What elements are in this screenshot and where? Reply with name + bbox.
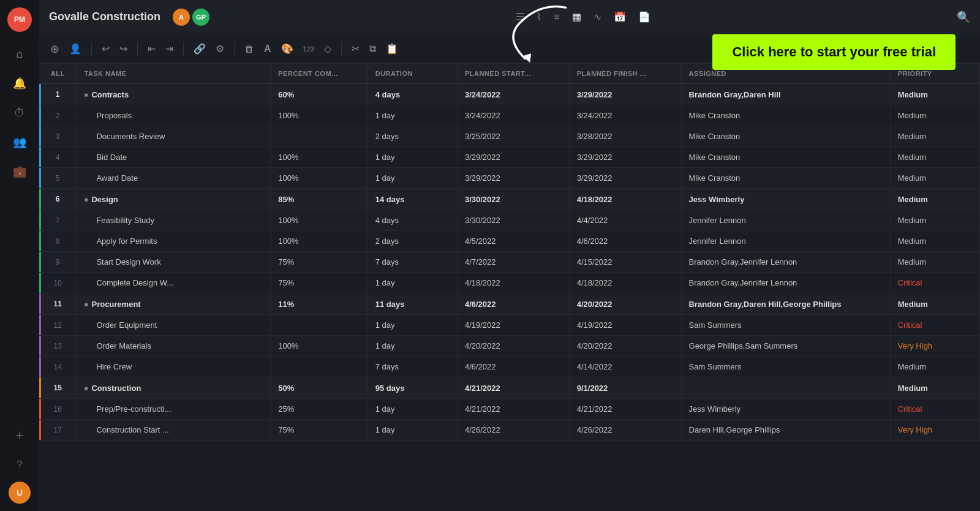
task-percent: 100% [271, 168, 368, 189]
cta-banner[interactable]: Click here to start your free trial [712, 34, 956, 70]
task-start: 4/7/2022 [457, 252, 569, 273]
menu-icon[interactable]: ≡ [554, 12, 559, 23]
task-start: 3/30/2022 [457, 210, 569, 231]
table-container[interactable]: ALL TASK NAME PERCENT COM... DURATION PL… [39, 64, 980, 511]
sidebar-item-help[interactable]: ？ [7, 452, 32, 477]
task-assigned: Jennifer Lennon [681, 210, 890, 231]
row-number: 11 [39, 293, 77, 315]
table-row: 8 Apply for Permits 100% 2 days 4/5/2022… [39, 231, 980, 252]
link-button[interactable]: 🔗 [190, 40, 209, 57]
table-row: 15 ■Construction 50% 95 days 4/21/2022 9… [39, 377, 980, 399]
task-duration: 1 day [368, 168, 457, 189]
task-name: Apply for Permits [77, 231, 271, 252]
task-start: 4/21/2022 [457, 377, 569, 399]
separator-1 [91, 42, 92, 56]
calendar-icon[interactable]: 📅 [614, 11, 626, 23]
wave-icon[interactable]: ∿ [594, 11, 601, 23]
sidebar-item-team[interactable]: 👥 [7, 130, 32, 154]
task-finish: 3/24/2022 [569, 105, 681, 126]
table-row: 1 ■Contracts 60% 4 days 3/24/2022 3/29/2… [39, 84, 980, 105]
app-logo[interactable]: PM [7, 7, 32, 32]
task-percent: 11% [271, 293, 368, 315]
doc-icon[interactable]: 📄 [638, 11, 650, 23]
task-name: Hire Crew [77, 357, 271, 377]
task-percent: 75% [271, 252, 368, 273]
task-assigned: Daren Hill,George Phillips [681, 420, 890, 441]
task-start: 3/25/2022 [457, 126, 569, 147]
task-priority: Very High [890, 420, 979, 441]
task-name: Award Date [77, 168, 271, 189]
unlink-button[interactable]: ⚙ [212, 40, 228, 57]
grid-view-icon[interactable]: ▦ [572, 11, 581, 23]
number-button[interactable]: 123 [300, 43, 318, 55]
task-finish: 4/6/2022 [569, 231, 681, 252]
task-priority: Medium [890, 231, 979, 252]
task-assigned: Mike Cranston [681, 105, 890, 126]
sidebar-item-portfolio[interactable]: 💼 [7, 159, 32, 184]
task-percent: 100% [271, 336, 368, 357]
delete-button[interactable]: 🗑 [241, 41, 258, 57]
task-name: ■Procurement [77, 293, 271, 315]
text-button[interactable]: A [260, 41, 275, 57]
search-icon[interactable]: 🔍 [957, 10, 970, 24]
cut-button[interactable]: ✂ [348, 40, 363, 57]
header: Govalle Construction A GP ☰ ⌇ ≡ ▦ ∿ 📅 📄 … [39, 0, 980, 34]
task-priority: Medium [890, 377, 979, 399]
task-name: Feasibility Study [77, 210, 271, 231]
indent-button[interactable]: ⇥ [162, 40, 177, 57]
task-finish: 3/29/2022 [569, 147, 681, 168]
main-content: ALL TASK NAME PERCENT COM... DURATION PL… [39, 64, 980, 511]
task-duration: 1 day [368, 315, 457, 336]
task-percent [271, 357, 368, 377]
task-priority: Medium [890, 189, 979, 210]
sidebar-item-add[interactable]: ＋ [7, 423, 32, 447]
shape-button[interactable]: ◇ [320, 40, 335, 57]
col-header-start: PLANNED START... [457, 64, 569, 84]
project-title: Govalle Construction [49, 10, 160, 23]
task-finish: 4/4/2022 [569, 210, 681, 231]
task-start: 3/29/2022 [457, 168, 569, 189]
task-start: 3/24/2022 [457, 105, 569, 126]
sidebar-item-time[interactable]: ⏱ [7, 100, 32, 125]
table-row: 16 Prep/Pre-constructi... 25% 1 day 4/21… [39, 399, 980, 420]
separator-4 [234, 42, 235, 56]
col-header-taskname: TASK NAME [77, 64, 271, 84]
gantt-view-icon[interactable]: ⌇ [537, 11, 541, 23]
sidebar-item-notifications[interactable]: 🔔 [7, 71, 32, 96]
separator-2 [137, 42, 138, 56]
task-priority: Medium [890, 357, 979, 377]
task-assigned: Sam Summers [681, 357, 890, 377]
task-start: 4/6/2022 [457, 293, 569, 315]
task-percent: 60% [271, 84, 368, 105]
redo-button[interactable]: ↪ [116, 40, 131, 57]
copy-button[interactable]: ⧉ [366, 41, 380, 57]
undo-button[interactable]: ↩ [98, 40, 113, 57]
outdent-button[interactable]: ⇤ [144, 40, 159, 57]
user-avatar[interactable]: U [9, 482, 31, 504]
task-percent: 100% [271, 231, 368, 252]
view-icons: ☰ ⌇ ≡ ▦ ∿ 📅 📄 [516, 11, 650, 23]
task-percent: 100% [271, 210, 368, 231]
task-percent: 75% [271, 420, 368, 441]
paste-button[interactable]: 📋 [382, 40, 402, 57]
task-finish: 3/29/2022 [569, 84, 681, 105]
task-priority: Medium [890, 168, 979, 189]
task-percent: 100% [271, 147, 368, 168]
task-duration: 1 day [368, 147, 457, 168]
task-assigned: Brandon Gray,Jennifer Lennon [681, 252, 890, 273]
list-view-icon[interactable]: ☰ [516, 11, 524, 23]
color-button[interactable]: 🎨 [277, 40, 297, 57]
avatar-1[interactable]: A [173, 9, 190, 26]
task-finish: 4/20/2022 [569, 336, 681, 357]
row-number: 2 [39, 105, 77, 126]
avatar-2[interactable]: GP [192, 9, 209, 26]
task-finish: 3/29/2022 [569, 168, 681, 189]
separator-5 [341, 42, 342, 56]
sidebar-item-home[interactable]: ⌂ [7, 42, 32, 66]
add-task-button[interactable]: ⊕ [47, 40, 63, 58]
table-row: 11 ■Procurement 11% 11 days 4/6/2022 4/2… [39, 293, 980, 315]
add-person-button[interactable]: 👤 [66, 40, 85, 57]
task-duration: 2 days [368, 231, 457, 252]
table-row: 14 Hire Crew 7 days 4/6/2022 4/14/2022 S… [39, 357, 980, 377]
task-start: 4/5/2022 [457, 231, 569, 252]
